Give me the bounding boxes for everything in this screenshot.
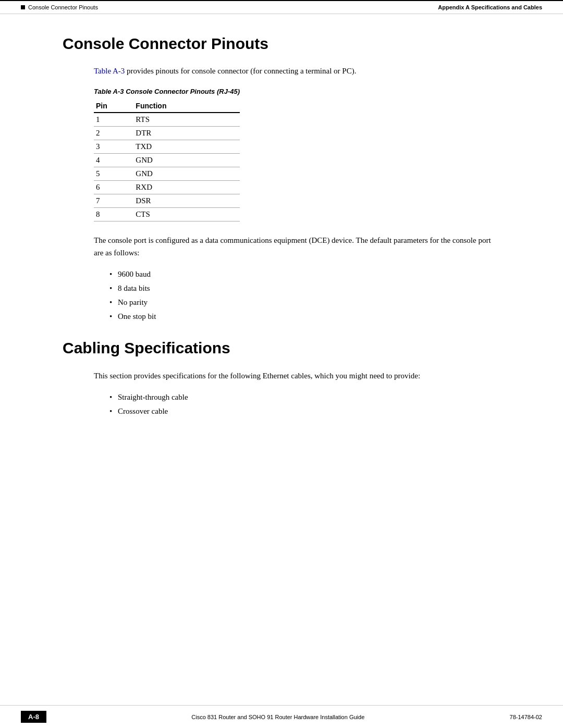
section2-bullet-list: Straight-through cableCrossover cable	[109, 390, 500, 418]
list-item: 8 data bits	[109, 281, 500, 295]
table-cell-pin: 3	[94, 140, 133, 153]
table-row: 4GND	[94, 153, 240, 167]
page-badge: A-8	[21, 711, 46, 723]
table-row: 8CTS	[94, 207, 240, 221]
table-row: 2DTR	[94, 126, 240, 140]
section1-bullet-list: 9600 baud8 data bitsNo parityOne stop bi…	[109, 267, 500, 324]
page-footer: A-8 Cisco 831 Router and SOHO 91 Router …	[0, 705, 563, 728]
table-cell-function: CTS	[133, 207, 240, 221]
table-header-row: Pin Function	[94, 100, 240, 113]
section1-intro-text: provides pinouts for console connector (…	[125, 67, 356, 75]
table-caption: Table A-3 Console Connector Pinouts (RJ-…	[94, 88, 500, 95]
table-cell-pin: 2	[94, 126, 133, 140]
table-cell-function: DTR	[133, 126, 240, 140]
list-item: Crossover cable	[109, 404, 500, 418]
table-cell-function: GND	[133, 153, 240, 167]
pinout-table: Pin Function 1RTS2DTR3TXD4GND5GND6RXD7DS…	[94, 100, 240, 221]
table-cell-pin: 8	[94, 207, 133, 221]
square-bullet-icon	[21, 5, 25, 9]
table-row: 3TXD	[94, 140, 240, 153]
table-row: 1RTS	[94, 113, 240, 127]
main-content: Console Connector Pinouts Table A-3 prov…	[0, 14, 563, 705]
table-cell-function: RTS	[133, 113, 240, 127]
table-cell-function: GND	[133, 167, 240, 180]
footer-left: A-8	[21, 711, 46, 723]
table-body: 1RTS2DTR3TXD4GND5GND6RXD7DSR8CTS	[94, 113, 240, 221]
table-cell-function: TXD	[133, 140, 240, 153]
col-header-function: Function	[133, 100, 240, 113]
table-cell-pin: 4	[94, 153, 133, 167]
table-a3-link[interactable]: Table A-3	[94, 67, 125, 75]
list-item: One stop bit	[109, 310, 500, 324]
table-row: 5GND	[94, 167, 240, 180]
col-header-pin: Pin	[94, 100, 133, 113]
section1-title: Console Connector Pinouts	[63, 35, 500, 53]
table-cell-pin: 1	[94, 113, 133, 127]
top-header: Console Connector Pinouts Appendix A Spe…	[0, 0, 563, 14]
section2-body-para: This section provides specifications for…	[94, 369, 500, 382]
footer-right-text: 78-14784-02	[510, 714, 542, 720]
list-item: 9600 baud	[109, 267, 500, 281]
table-cell-function: RXD	[133, 180, 240, 194]
table-cell-function: DSR	[133, 194, 240, 207]
list-item: No parity	[109, 295, 500, 310]
section1-intro: Table A-3 provides pinouts for console c…	[94, 65, 500, 77]
table-row: 6RXD	[94, 180, 240, 194]
section2-title: Cabling Specifications	[63, 339, 500, 357]
header-right-label: Appendix A Specifications and Cables	[438, 4, 542, 10]
header-left: Console Connector Pinouts	[21, 4, 98, 10]
section1-body-para: The console port is configured as a data…	[94, 234, 500, 259]
footer-center-text: Cisco 831 Router and SOHO 91 Router Hard…	[191, 714, 364, 720]
table-row: 7DSR	[94, 194, 240, 207]
table-cell-pin: 7	[94, 194, 133, 207]
page: Console Connector Pinouts Appendix A Spe…	[0, 0, 563, 728]
table-cell-pin: 6	[94, 180, 133, 194]
header-left-label: Console Connector Pinouts	[28, 4, 98, 10]
table-cell-pin: 5	[94, 167, 133, 180]
list-item: Straight-through cable	[109, 390, 500, 404]
